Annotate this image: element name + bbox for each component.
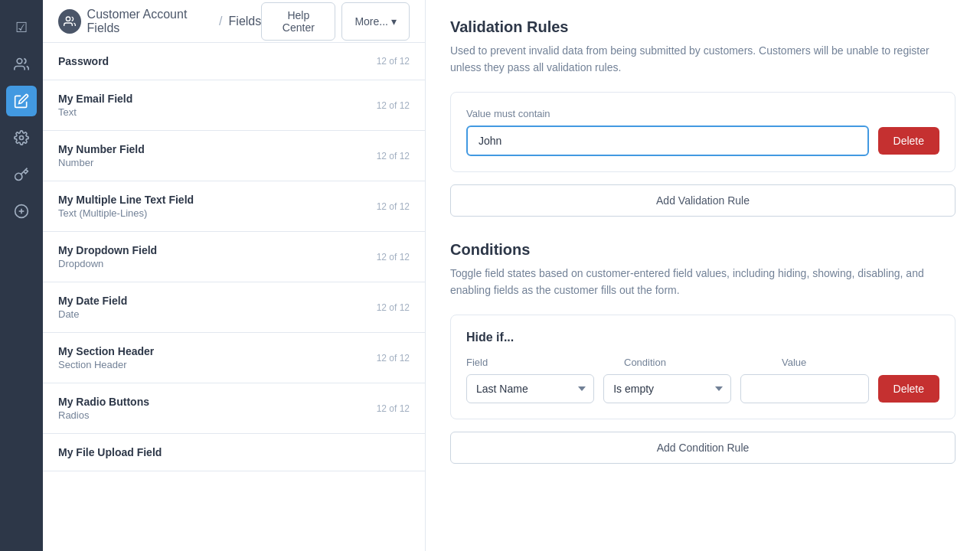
field-type: Section Header — [58, 359, 154, 370]
field-type: Number — [58, 157, 145, 168]
list-item[interactable]: My Section Header Section Header 12 of 1… — [43, 333, 425, 383]
field-count: 12 of 12 — [377, 302, 410, 313]
field-type: Dropdown — [58, 258, 157, 269]
help-center-button[interactable]: Help Center — [261, 2, 335, 41]
sidebar-icon-settings[interactable] — [6, 122, 37, 153]
field-name: My File Upload Field — [58, 446, 162, 458]
list-item[interactable]: Password 12 of 12 — [43, 43, 425, 80]
validation-rule-label: Value must contain — [466, 108, 939, 119]
svg-point-0 — [17, 59, 22, 64]
list-item[interactable]: My Email Field Text 12 of 12 — [43, 80, 425, 131]
list-item[interactable]: My Dropdown Field Dropdown 12 of 12 — [43, 232, 425, 282]
condition-table-header: Field Condition Value — [466, 357, 939, 368]
field-item-info: My Date Field Date — [58, 295, 127, 320]
field-count: 12 of 12 — [377, 151, 410, 161]
field-list: Password 12 of 12 My Email Field Text 12… — [43, 43, 425, 551]
validation-section-desc: Used to prevent invalid data from being … — [450, 42, 956, 77]
hide-if-title: Hide if... — [466, 331, 939, 344]
list-item[interactable]: My Radio Buttons Radios 12 of 12 — [43, 383, 425, 434]
field-name: My Radio Buttons — [58, 396, 149, 408]
org-icon — [58, 9, 81, 34]
field-count: 12 of 12 — [377, 56, 410, 67]
field-item-info: Password — [58, 55, 109, 67]
conditions-card: Hide if... Field Condition Value Last Na… — [450, 315, 956, 419]
breadcrumb-org[interactable]: Customer Account Fields — [87, 8, 214, 35]
field-item-info: My Radio Buttons Radios — [58, 396, 149, 421]
condition-row: Last Name First Name Email Password Is e… — [466, 374, 939, 403]
conditions-section-title: Conditions — [450, 241, 956, 259]
sidebar-icon-key[interactable] — [6, 159, 37, 190]
condition-delete-button[interactable]: Delete — [878, 375, 939, 403]
list-item[interactable]: My Date Field Date 12 of 12 — [43, 282, 425, 333]
field-name: My Email Field — [58, 93, 132, 105]
col-value-label: Value — [782, 357, 930, 368]
field-count: 12 of 12 — [377, 403, 410, 414]
field-item-info: My Multiple Line Text Field Text (Multip… — [58, 194, 194, 219]
sidebar-icon-plus-circle[interactable] — [6, 196, 37, 227]
col-condition-label: Condition — [624, 357, 773, 368]
list-item[interactable]: My Number Field Number 12 of 12 — [43, 131, 425, 181]
header-actions: Help Center More... ▾ — [261, 2, 410, 41]
validation-row: Delete — [466, 126, 939, 156]
sidebar-icon-users[interactable] — [6, 49, 37, 80]
validation-section-title: Validation Rules — [450, 18, 956, 36]
svg-point-1 — [20, 136, 24, 140]
field-count: 12 of 12 — [377, 252, 410, 262]
field-item-info: My File Upload Field — [58, 446, 162, 458]
svg-point-5 — [66, 17, 70, 21]
sidebar-icon-edit[interactable] — [6, 86, 37, 116]
conditions-section-desc: Toggle field states based on customer-en… — [450, 265, 956, 299]
add-condition-rule-button[interactable]: Add Condition Rule — [450, 432, 956, 464]
field-name: Password — [58, 55, 109, 67]
field-item-info: My Dropdown Field Dropdown — [58, 244, 157, 269]
field-type: Text — [58, 106, 132, 118]
more-button[interactable]: More... ▾ — [341, 2, 410, 41]
condition-field-select[interactable]: Last Name First Name Email Password — [466, 374, 594, 403]
top-header: Customer Account Fields / Fields Help Ce… — [43, 0, 425, 43]
col-field-label: Field — [466, 357, 615, 368]
left-panel: Customer Account Fields / Fields Help Ce… — [43, 0, 426, 551]
field-item-info: My Email Field Text — [58, 93, 132, 118]
field-item-info: My Section Header Section Header — [58, 345, 154, 370]
field-name: My Date Field — [58, 295, 127, 307]
sidebar: ☑ — [0, 0, 43, 551]
list-item[interactable]: My File Upload Field — [43, 434, 425, 471]
field-name: My Number Field — [58, 143, 145, 155]
field-name: My Dropdown Field — [58, 244, 157, 256]
field-count: 12 of 12 — [377, 100, 410, 111]
breadcrumb-separator: / — [219, 15, 222, 28]
validation-value-input[interactable] — [466, 126, 869, 156]
field-name: My Section Header — [58, 345, 154, 357]
field-type: Radios — [58, 409, 149, 421]
breadcrumb: Customer Account Fields / Fields — [58, 8, 261, 35]
field-item-info: My Number Field Number — [58, 143, 145, 168]
add-validation-rule-button[interactable]: Add Validation Rule — [450, 184, 956, 217]
field-type: Date — [58, 308, 127, 320]
chevron-down-icon: ▾ — [391, 15, 397, 28]
field-count: 12 of 12 — [377, 201, 410, 212]
breadcrumb-current-page: Fields — [229, 15, 262, 28]
field-type: Text (Multiple-Lines) — [58, 207, 194, 219]
field-count: 12 of 12 — [377, 353, 410, 364]
validation-card: Value must contain Delete — [450, 92, 956, 172]
right-panel: Validation Rules Used to prevent invalid… — [426, 0, 980, 551]
field-name: My Multiple Line Text Field — [58, 194, 194, 206]
condition-value-input[interactable] — [740, 374, 868, 403]
validation-delete-button[interactable]: Delete — [878, 127, 939, 155]
sidebar-icon-checkbox[interactable]: ☑ — [6, 12, 37, 43]
condition-operator-select[interactable]: Is empty Is not empty Equals Contains — [603, 374, 731, 403]
list-item[interactable]: My Multiple Line Text Field Text (Multip… — [43, 181, 425, 232]
